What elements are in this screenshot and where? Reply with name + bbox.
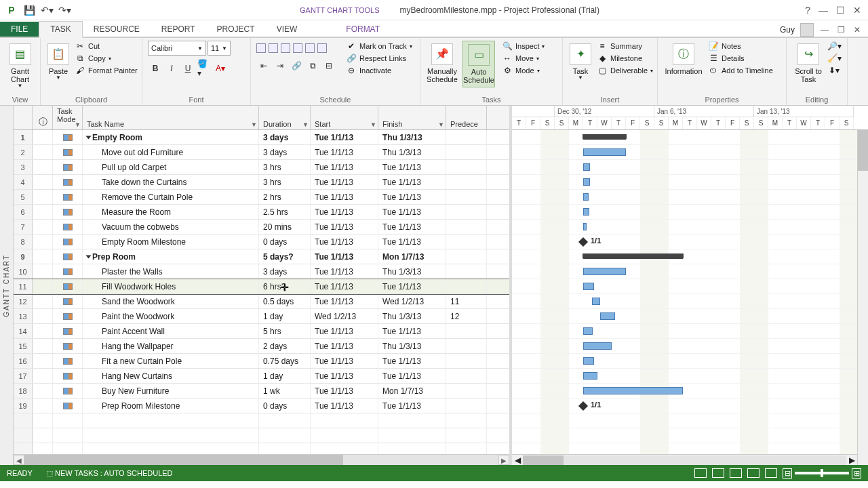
format-painter-button[interactable]: 🖌Format Painter [75, 65, 138, 76]
view-task-usage-icon[interactable] [712, 468, 724, 478]
start-cell[interactable]: Tue 1/1/13 [311, 205, 378, 219]
chart-row[interactable] [512, 190, 868, 205]
duration-cell[interactable]: 2 hrs [259, 190, 311, 204]
start-cell[interactable]: Wed 1/2/13 [311, 309, 378, 323]
inspect-button[interactable]: 🔍Inspect▾ [502, 41, 545, 52]
chart-row[interactable]: 1/1 [512, 399, 868, 413]
chart-row[interactable] [512, 384, 868, 399]
inactivate-button[interactable]: ⊖Inactivate [346, 65, 412, 76]
link-button[interactable]: 🔗 [289, 58, 304, 73]
pred-cell[interactable]: 11 [446, 294, 487, 308]
pred-cell[interactable] [446, 264, 487, 279]
row-id[interactable]: 17 [14, 369, 33, 383]
pred-cell[interactable] [446, 354, 487, 368]
table-row[interactable]: 5Remove the Curtain Pole2 hrsTue 1/1/13T… [14, 190, 509, 205]
task-name-cell[interactable]: Empty Room Milestone [83, 235, 259, 249]
table-row[interactable]: 6Measure the Room2.5 hrsTue 1/1/13Tue 1/… [14, 205, 509, 220]
pred-cell[interactable] [446, 205, 487, 219]
milestone-button[interactable]: ◆Milestone [597, 53, 653, 64]
pred-cell[interactable] [446, 339, 487, 353]
row-mode[interactable] [53, 339, 83, 353]
task-name-cell[interactable]: Take down the Curtains [83, 175, 259, 189]
col-finish[interactable]: Finish▼ [378, 106, 446, 129]
doc-close-icon[interactable]: ✕ [852, 24, 863, 35]
start-cell[interactable]: Tue 1/1/13 [311, 190, 378, 204]
deliverable-button[interactable]: ▢Deliverable▾ [597, 65, 653, 76]
row-mode[interactable] [53, 324, 83, 338]
grid-scrollbar[interactable]: ◀▶ [14, 454, 509, 465]
col-task-name[interactable]: Task Name▼ [83, 106, 259, 129]
finish-cell[interactable]: Thu 1/3/13 [378, 130, 446, 144]
duration-cell[interactable]: 2.5 hrs [259, 205, 311, 219]
user-name[interactable]: Guy [780, 25, 795, 35]
redo-icon[interactable]: ↷▾ [57, 3, 72, 18]
chart-row[interactable] [512, 205, 868, 220]
duration-cell[interactable]: 5 days? [259, 249, 311, 264]
duration-cell[interactable]: 3 hrs [259, 160, 311, 174]
duration-cell[interactable]: 1 day [259, 369, 311, 383]
duration-cell[interactable]: 3 days [259, 130, 311, 144]
minimize-icon[interactable]: — [818, 5, 828, 16]
finish-cell[interactable]: Tue 1/1/13 [378, 175, 446, 189]
chart-row[interactable] [512, 220, 868, 235]
table-row[interactable]: 19Prep Room Milestone0 daysTue 1/1/13Tue… [14, 399, 509, 413]
task-button[interactable]: ✦Task▼ [568, 41, 593, 84]
table-row[interactable]: 9Prep Room5 days?Tue 1/1/13Mon 1/7/13 [14, 249, 509, 264]
finish-cell[interactable]: Tue 1/1/13 [378, 205, 446, 219]
row-mode[interactable] [53, 354, 83, 368]
unlink-button[interactable]: ⧉ [305, 58, 320, 73]
table-row[interactable]: 2Move out old Furniture3 daysTue 1/1/13T… [14, 145, 509, 160]
row-id[interactable]: 14 [14, 324, 33, 338]
pred-cell[interactable]: 12 [446, 309, 487, 323]
duration-cell[interactable]: 0 days [259, 235, 311, 249]
start-cell[interactable]: Tue 1/1/13 [311, 339, 378, 353]
manual-schedule-button[interactable]: 📌Manually Schedule [426, 41, 458, 86]
duration-cell[interactable]: 0 days [259, 399, 311, 413]
chart-row[interactable] [512, 324, 868, 339]
finish-cell[interactable]: Thu 1/3/13 [378, 339, 446, 353]
row-id[interactable]: 1 [14, 130, 33, 144]
view-resource-sheet-icon[interactable] [747, 468, 760, 478]
finish-cell[interactable]: Tue 1/1/13 [378, 369, 446, 383]
finish-cell[interactable]: Tue 1/1/13 [378, 354, 446, 368]
chart-row[interactable] [512, 175, 868, 190]
table-row[interactable]: 12Sand the Woodwork0.5 daysTue 1/1/13Wed… [14, 294, 509, 309]
col-task-mode[interactable]: TaskMode▼ [53, 106, 83, 129]
cut-button[interactable]: ✂Cut [75, 41, 138, 52]
row-id[interactable]: 16 [14, 354, 33, 368]
finish-cell[interactable]: Tue 1/1/13 [378, 399, 446, 413]
start-cell[interactable]: Tue 1/1/13 [311, 264, 378, 279]
pred-cell[interactable] [446, 279, 487, 293]
row-mode[interactable] [53, 175, 83, 189]
details-button[interactable]: ☰Details [708, 53, 773, 64]
col-predecessors[interactable]: Predece [446, 106, 487, 129]
tab-view[interactable]: VIEW [266, 22, 309, 37]
view-report-icon[interactable] [765, 468, 777, 478]
underline-button[interactable]: U [180, 61, 195, 76]
view-gantt-icon[interactable] [694, 468, 707, 478]
finish-cell[interactable]: Tue 1/1/13 [378, 235, 446, 249]
font-size-select[interactable]: 11▼ [208, 41, 231, 56]
tab-format[interactable]: FORMAT [335, 22, 391, 37]
tab-file[interactable]: FILE [0, 22, 39, 37]
row-mode[interactable] [53, 399, 83, 413]
row-id[interactable]: 2 [14, 145, 33, 159]
notes-button[interactable]: 📝Notes [708, 41, 773, 52]
duration-cell[interactable]: 3 hrs [259, 175, 311, 189]
table-row[interactable]: 4Take down the Curtains3 hrsTue 1/1/13Tu… [14, 175, 509, 190]
paste-button[interactable]: 📋Paste▼ [46, 41, 71, 84]
chart-row[interactable] [512, 145, 868, 160]
start-cell[interactable]: Tue 1/1/13 [311, 399, 378, 413]
start-cell[interactable]: Tue 1/1/13 [311, 220, 378, 234]
finish-cell[interactable]: Wed 1/2/13 [378, 294, 446, 308]
pred-cell[interactable] [446, 220, 487, 234]
timeline-button[interactable]: ⏲Add to Timeline [708, 65, 773, 76]
task-name-cell[interactable]: Buy New Furniture [83, 384, 259, 398]
pred-cell[interactable] [446, 160, 487, 174]
user-avatar-icon[interactable] [800, 23, 814, 37]
task-name-cell[interactable]: Paint the Woodwork [83, 309, 259, 323]
col-start[interactable]: Start▼ [311, 106, 378, 129]
indent-button[interactable]: ⇥ [273, 58, 288, 73]
information-button[interactable]: ⓘInformation [663, 41, 704, 78]
task-name-cell[interactable]: Fit a new Curtain Pole [83, 354, 259, 368]
